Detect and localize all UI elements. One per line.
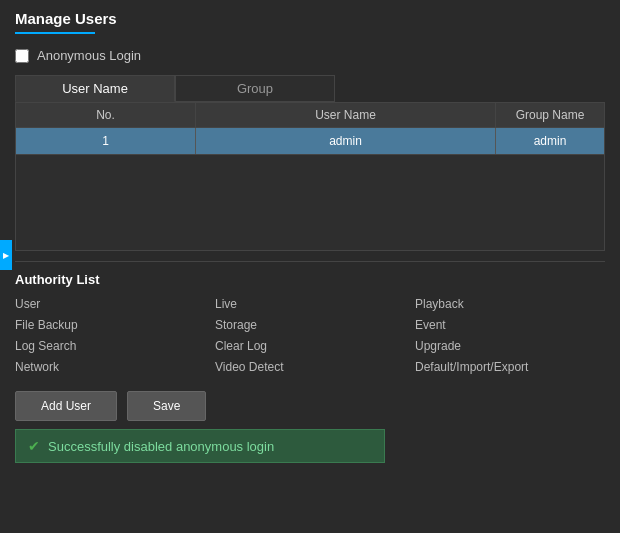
users-table: No. User Name Group Name 1 admin admin — [15, 102, 605, 251]
authority-item: Video Detect — [215, 358, 415, 376]
content-area: Anonymous Login User Name Group No. User… — [0, 44, 620, 463]
authority-item: Playback — [415, 295, 615, 313]
authority-item: Clear Log — [215, 337, 415, 355]
authority-item: Storage — [215, 316, 415, 334]
buttons-row: Add User Save — [15, 391, 605, 421]
success-message: Successfully disabled anonymous login — [48, 439, 274, 454]
authority-item: Event — [415, 316, 615, 334]
col-groupname: Group Name — [496, 103, 604, 127]
tab-group[interactable]: Group — [175, 75, 335, 102]
tabs-row: User Name Group — [15, 75, 605, 102]
authority-section: Authority List User Live Playback File B… — [15, 272, 605, 376]
table-row[interactable]: 1 admin admin — [16, 128, 604, 155]
col-username: User Name — [196, 103, 496, 127]
tab-username[interactable]: User Name — [15, 75, 175, 102]
manage-users-container: Manage Users Anonymous Login User Name G… — [0, 0, 620, 533]
page-title: Manage Users — [0, 0, 620, 32]
divider — [15, 261, 605, 262]
authority-item: File Backup — [15, 316, 215, 334]
cell-username: admin — [196, 128, 496, 154]
anonymous-login-label: Anonymous Login — [37, 48, 141, 63]
add-user-button[interactable]: Add User — [15, 391, 117, 421]
left-arrow-button[interactable] — [0, 240, 12, 270]
check-icon: ✔ — [28, 438, 40, 454]
authority-grid: User Live Playback File Backup Storage E… — [15, 295, 605, 376]
authority-item: Default/Import/Export — [415, 358, 615, 376]
authority-item: Log Search — [15, 337, 215, 355]
success-banner: ✔ Successfully disabled anonymous login — [15, 429, 385, 463]
authority-item: Live — [215, 295, 415, 313]
table-empty-area — [16, 155, 604, 250]
title-underline — [15, 32, 95, 34]
authority-title: Authority List — [15, 272, 605, 287]
cell-no: 1 — [16, 128, 196, 154]
table-header: No. User Name Group Name — [16, 103, 604, 128]
authority-item: User — [15, 295, 215, 313]
col-no: No. — [16, 103, 196, 127]
save-button[interactable]: Save — [127, 391, 206, 421]
anonymous-login-row: Anonymous Login — [15, 44, 605, 67]
authority-item: Network — [15, 358, 215, 376]
anonymous-login-checkbox[interactable] — [15, 49, 29, 63]
cell-groupname: admin — [496, 128, 604, 154]
authority-item: Upgrade — [415, 337, 615, 355]
